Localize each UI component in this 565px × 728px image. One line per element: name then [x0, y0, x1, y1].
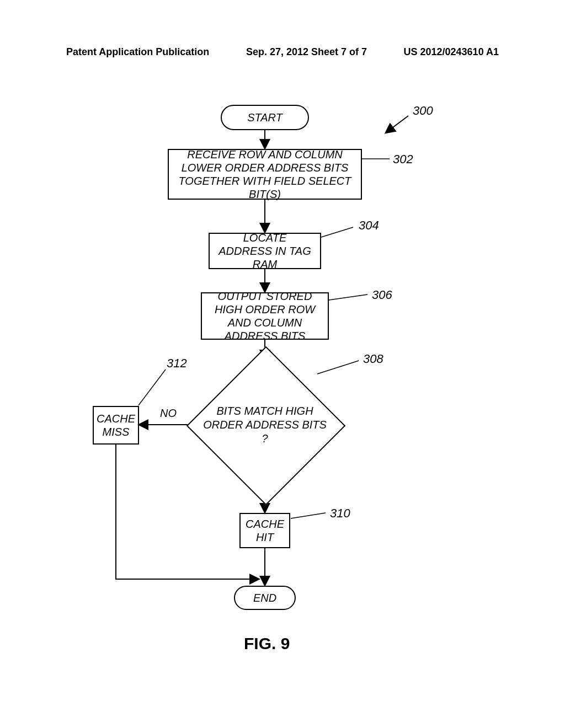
ref-304: 304: [359, 218, 379, 233]
process-304: LOCATE ADDRESS IN TAG RAM: [209, 233, 321, 269]
ref-308: 308: [363, 352, 383, 366]
process-310: CACHE HIT: [239, 513, 290, 548]
end-label: END: [253, 591, 276, 604]
process-304-text: LOCATE ADDRESS IN TAG RAM: [215, 231, 315, 271]
start-label: START: [247, 111, 282, 124]
process-306: OUTPUT STORED HIGH ORDER ROW AND COLUMN …: [201, 292, 329, 340]
ref-306: 306: [372, 288, 392, 302]
flowchart: START RECEIVE ROW AND COLUMN LOWER ORDER…: [0, 72, 565, 651]
process-310-text: CACHE HIT: [246, 517, 284, 544]
header-center: Sep. 27, 2012 Sheet 7 of 7: [246, 46, 367, 58]
svg-line-7: [386, 116, 408, 132]
svg-line-11: [317, 361, 359, 374]
process-312-text: CACHE MISS: [97, 412, 135, 438]
page-header: Patent Application Publication Sep. 27, …: [0, 46, 565, 58]
svg-line-13: [138, 370, 166, 405]
decision-308-text: BITS MATCH HIGH ORDER ADDRESS BITS ?: [199, 404, 331, 446]
process-302-text: RECEIVE ROW AND COLUMN LOWER ORDER ADDRE…: [174, 148, 355, 201]
process-302: RECEIVE ROW AND COLUMN LOWER ORDER ADDRE…: [168, 149, 362, 200]
ref-312: 312: [167, 356, 187, 371]
terminator-start: START: [221, 105, 309, 130]
header-right: US 2012/0243610 A1: [404, 46, 499, 58]
svg-line-9: [321, 227, 353, 237]
process-306-text: OUTPUT STORED HIGH ORDER ROW AND COLUMN …: [207, 290, 322, 342]
terminator-end: END: [234, 586, 296, 610]
edge-label-no: NO: [160, 407, 177, 420]
svg-line-10: [329, 295, 367, 300]
process-312: CACHE MISS: [93, 406, 139, 445]
ref-300: 300: [413, 104, 433, 118]
figure-caption: FIG. 9: [244, 634, 290, 653]
header-left: Patent Application Publication: [66, 46, 209, 58]
svg-line-12: [291, 513, 326, 518]
ref-310: 310: [330, 506, 350, 521]
ref-302: 302: [393, 152, 413, 167]
